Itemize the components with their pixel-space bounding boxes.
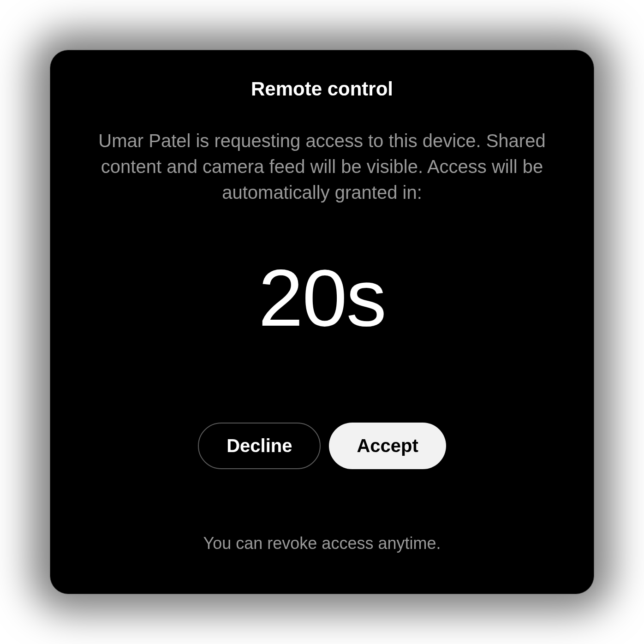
footer-text: You can revoke access anytime.	[203, 534, 441, 553]
accept-button[interactable]: Accept	[329, 423, 446, 469]
decline-button[interactable]: Decline	[198, 423, 321, 469]
dialog-description: Umar Patel is requesting access to this …	[83, 128, 561, 205]
countdown-timer: 20s	[258, 251, 386, 344]
button-row: Decline Accept	[198, 423, 446, 469]
dialog-title: Remote control	[251, 78, 393, 100]
remote-control-dialog: Remote control Umar Patel is requesting …	[50, 50, 594, 594]
